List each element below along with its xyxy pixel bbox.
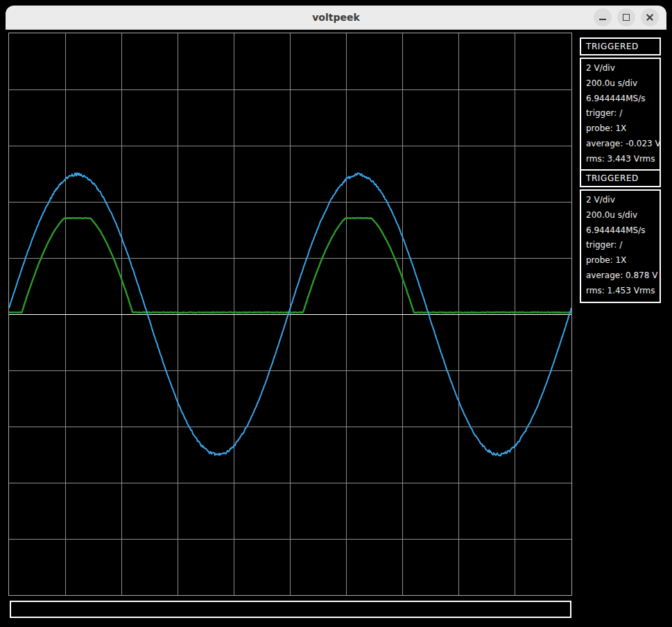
ch1-volts-per-div: 2 V/div: [586, 61, 657, 76]
ch2-trigger-slope: trigger: /: [586, 238, 657, 253]
titlebar[interactable]: voltpeek: [6, 6, 666, 30]
ch1-average-voltage: average: -0.023 V: [586, 137, 657, 152]
channel2-info-panel: TRIGGERED 2 V/div 200.0u s/div 6.944444M…: [580, 169, 661, 303]
close-icon: [646, 13, 654, 22]
window-controls: [594, 8, 659, 26]
channel2-settings-box: 2 V/div 200.0u s/div 6.944444MS/s trigge…: [580, 189, 661, 303]
command-input[interactable]: [10, 601, 571, 618]
maximize-button[interactable]: [617, 8, 635, 26]
ch1-probe-attenuation: probe: 1X: [586, 121, 657, 137]
ch1-time-per-div: 200.0u s/div: [586, 76, 657, 92]
channel1-settings-box: 2 V/div 200.0u s/div 6.944444MS/s trigge…: [580, 58, 661, 171]
channel2-trigger-status-badge: TRIGGERED: [580, 169, 661, 187]
ch2-time-per-div: 200.0u s/div: [586, 208, 657, 223]
close-button[interactable]: [641, 8, 659, 26]
channel1-trigger-status-badge: TRIGGERED: [580, 37, 661, 55]
ch2-probe-attenuation: probe: 1X: [586, 253, 657, 268]
ch1-rms-voltage: rms: 3.443 Vrms: [586, 152, 657, 167]
window-title: voltpeek: [312, 12, 360, 23]
app-window: voltpeek TRIGGERED 2 V/div 200.0u s/div …: [6, 6, 666, 627]
ch2-volts-per-div: 2 V/div: [586, 193, 657, 208]
ch2-average-voltage: average: 0.878 V: [586, 268, 657, 284]
channel1-info-panel: TRIGGERED 2 V/div 200.0u s/div 6.944444M…: [580, 37, 661, 171]
minimize-button[interactable]: [594, 8, 612, 26]
minimize-icon: [599, 19, 606, 20]
ch1-trigger-slope: trigger: /: [586, 106, 657, 121]
ch1-sample-rate: 6.944444MS/s: [586, 92, 657, 107]
maximize-icon: [623, 14, 630, 21]
ch2-rms-voltage: rms: 1.453 Vrms: [586, 284, 657, 299]
oscilloscope-display: [8, 33, 572, 596]
ch2-sample-rate: 6.944444MS/s: [586, 223, 657, 239]
